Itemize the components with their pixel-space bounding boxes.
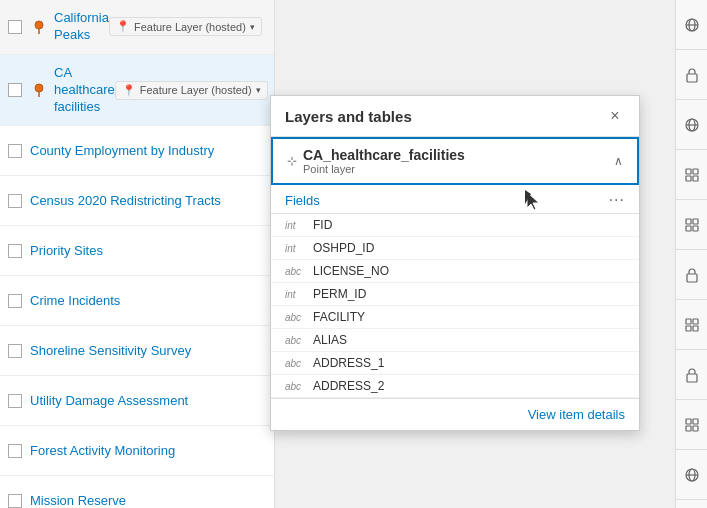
feature-badge-label-california-peaks: Feature Layer (hosted) bbox=[134, 21, 246, 33]
layer-item-ca-healthcare[interactable]: CA healthcare facilities 📍 Feature Layer… bbox=[0, 55, 274, 127]
svg-rect-20 bbox=[686, 319, 691, 324]
popup-close-button[interactable]: × bbox=[605, 106, 625, 126]
svg-rect-16 bbox=[693, 219, 698, 224]
layer-checkbox-forest-activity[interactable] bbox=[8, 444, 22, 458]
field-type-license: abc bbox=[285, 266, 313, 277]
layer-checkbox-census-tracts[interactable] bbox=[8, 194, 22, 208]
svg-rect-23 bbox=[693, 326, 698, 331]
layer-item-county-employment[interactable]: County Employment by Industry bbox=[0, 126, 274, 176]
feature-badge-icon-ca-healthcare: 📍 bbox=[122, 84, 136, 97]
popup-title: Layers and tables bbox=[285, 108, 412, 125]
field-row-license: abc LICENSE_NO bbox=[271, 260, 639, 283]
right-icon-grid-4[interactable] bbox=[676, 400, 708, 450]
layer-checkbox-shoreline[interactable] bbox=[8, 344, 22, 358]
svg-rect-27 bbox=[686, 426, 691, 431]
layer-checkbox-california-peaks[interactable] bbox=[8, 20, 22, 34]
layer-icon-ca-healthcare bbox=[30, 81, 48, 99]
field-type-facility: abc bbox=[285, 312, 313, 323]
popup-layer-header: ⊹ CA_healthcare_facilities Point layer ∧ bbox=[271, 137, 639, 185]
dropdown-arrow-ca-healthcare[interactable]: ▾ bbox=[256, 85, 261, 95]
field-name-facility: FACILITY bbox=[313, 310, 365, 324]
layer-name-crime-incidents: Crime Incidents bbox=[30, 293, 120, 310]
svg-rect-24 bbox=[687, 374, 697, 382]
svg-rect-17 bbox=[686, 226, 691, 231]
layer-checkbox-crime-incidents[interactable] bbox=[8, 294, 22, 308]
right-icon-lock-1[interactable] bbox=[676, 50, 708, 100]
right-icon-lock-3[interactable] bbox=[676, 350, 708, 400]
layer-name-shoreline: Shoreline Sensitivity Survey bbox=[30, 343, 191, 360]
layer-name-census-tracts: Census 2020 Redistricting Tracts bbox=[30, 193, 221, 210]
collapse-icon[interactable]: ∧ bbox=[614, 154, 623, 168]
svg-rect-15 bbox=[686, 219, 691, 224]
layer-item-forest-activity[interactable]: Forest Activity Monitoring bbox=[0, 426, 274, 476]
field-name-alias: ALIAS bbox=[313, 333, 347, 347]
right-icon-grid-2[interactable] bbox=[676, 200, 708, 250]
layer-list: California Peaks 📍 Feature Layer (hosted… bbox=[0, 0, 275, 508]
feature-badge-icon-california-peaks: 📍 bbox=[116, 20, 130, 33]
svg-rect-12 bbox=[693, 169, 698, 174]
layer-checkbox-county-employment[interactable] bbox=[8, 144, 22, 158]
layer-item-census-tracts[interactable]: Census 2020 Redistricting Tracts bbox=[0, 176, 274, 226]
right-icon-grid-1[interactable] bbox=[676, 150, 708, 200]
layer-checkbox-ca-healthcare[interactable] bbox=[8, 83, 22, 97]
fields-label[interactable]: Fields bbox=[285, 193, 320, 208]
layer-item-shoreline[interactable]: Shoreline Sensitivity Survey bbox=[0, 326, 274, 376]
drag-handle-icon[interactable]: ⊹ bbox=[287, 154, 297, 168]
popup-layer-name: CA_healthcare_facilities bbox=[303, 147, 465, 163]
layer-name-mission-reserve: Mission Reserve bbox=[30, 493, 126, 509]
svg-rect-26 bbox=[693, 419, 698, 424]
field-name-address1: ADDRESS_1 bbox=[313, 356, 384, 370]
layer-item-mission-reserve[interactable]: Mission Reserve bbox=[0, 476, 274, 508]
fields-more-button[interactable]: ··· bbox=[609, 191, 625, 209]
layer-name-county-employment: County Employment by Industry bbox=[30, 143, 214, 160]
layer-checkbox-mission-reserve[interactable] bbox=[8, 494, 22, 508]
layer-name-forest-activity: Forest Activity Monitoring bbox=[30, 443, 175, 460]
view-item-details-link[interactable]: View item details bbox=[528, 407, 625, 422]
svg-point-2 bbox=[35, 84, 43, 92]
field-type-oshpd: int bbox=[285, 243, 313, 254]
field-type-fid: int bbox=[285, 220, 313, 231]
svg-rect-14 bbox=[693, 176, 698, 181]
svg-rect-7 bbox=[687, 74, 697, 82]
field-name-perm: PERM_ID bbox=[313, 287, 366, 301]
right-icon-globe-3[interactable] bbox=[676, 450, 708, 500]
field-row-perm: int PERM_ID bbox=[271, 283, 639, 306]
fields-section: Fields ··· int FID int OSHPD_ID abc LICE… bbox=[271, 185, 639, 398]
layer-name-priority-sites: Priority Sites bbox=[30, 243, 103, 260]
right-icon-globe-2[interactable] bbox=[676, 100, 708, 150]
field-name-license: LICENSE_NO bbox=[313, 264, 389, 278]
svg-rect-19 bbox=[687, 274, 697, 282]
layer-item-utility-damage[interactable]: Utility Damage Assessment bbox=[0, 376, 274, 426]
layer-checkbox-utility-damage[interactable] bbox=[8, 394, 22, 408]
right-icons-panel bbox=[675, 0, 707, 508]
layer-name-california-peaks: California Peaks bbox=[54, 10, 109, 44]
layer-item-california-peaks[interactable]: California Peaks 📍 Feature Layer (hosted… bbox=[0, 0, 274, 55]
svg-rect-28 bbox=[693, 426, 698, 431]
layer-item-crime-incidents[interactable]: Crime Incidents bbox=[0, 276, 274, 326]
layer-name-utility-damage: Utility Damage Assessment bbox=[30, 393, 188, 410]
right-icon-lock-2[interactable] bbox=[676, 250, 708, 300]
field-name-address2: ADDRESS_2 bbox=[313, 379, 384, 393]
field-type-address1: abc bbox=[285, 358, 313, 369]
right-icon-globe-1[interactable] bbox=[676, 0, 708, 50]
popup-layer-right: ∧ bbox=[614, 154, 623, 168]
svg-point-0 bbox=[35, 21, 43, 29]
field-type-alias: abc bbox=[285, 335, 313, 346]
svg-rect-18 bbox=[693, 226, 698, 231]
field-row-address1: abc ADDRESS_1 bbox=[271, 352, 639, 375]
field-type-address2: abc bbox=[285, 381, 313, 392]
popup-footer: View item details bbox=[271, 398, 639, 430]
layer-checkbox-priority-sites[interactable] bbox=[8, 244, 22, 258]
field-row-oshpd: int OSHPD_ID bbox=[271, 237, 639, 260]
popup-header: Layers and tables × bbox=[271, 96, 639, 137]
feature-badge-california-peaks[interactable]: 📍 Feature Layer (hosted) ▾ bbox=[109, 17, 262, 36]
feature-badge-ca-healthcare[interactable]: 📍 Feature Layer (hosted) ▾ bbox=[115, 81, 268, 100]
layer-item-priority-sites[interactable]: Priority Sites bbox=[0, 226, 274, 276]
svg-rect-21 bbox=[693, 319, 698, 324]
layers-tables-popup: Layers and tables × ⊹ CA_healthcare_faci… bbox=[270, 95, 640, 431]
svg-rect-22 bbox=[686, 326, 691, 331]
layer-icon-california-peaks bbox=[30, 18, 48, 36]
right-icon-grid-3[interactable] bbox=[676, 300, 708, 350]
field-row-facility: abc FACILITY bbox=[271, 306, 639, 329]
dropdown-arrow-california-peaks[interactable]: ▾ bbox=[250, 22, 255, 32]
